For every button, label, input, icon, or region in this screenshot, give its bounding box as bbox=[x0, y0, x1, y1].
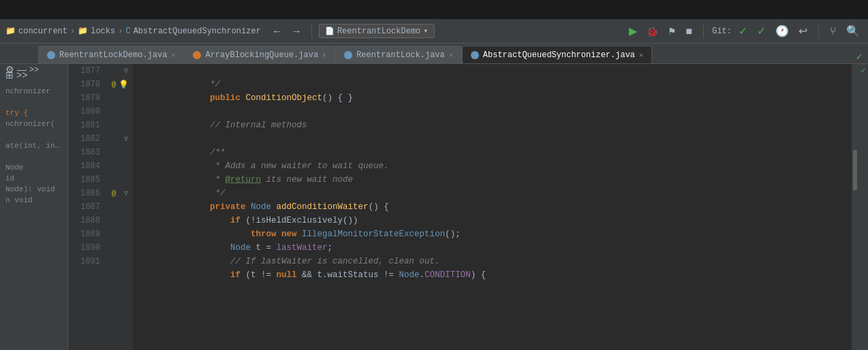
git-label: Git: bbox=[712, 27, 732, 36]
tab-label-2: ArrayBlockingQueue.java bbox=[205, 50, 318, 60]
linenum-1881: 1881 bbox=[68, 118, 100, 132]
file-dropdown[interactable]: 📄 ReentrantLockDemo ▾ bbox=[319, 24, 435, 38]
minimize-button[interactable]: — bbox=[17, 64, 27, 75]
sidebar-item-3: nchronizer( bbox=[0, 118, 67, 129]
tab-label-1: ReentrantLockDemo.java bbox=[59, 50, 167, 60]
tab-label-3: ReentrantLock.java bbox=[356, 50, 445, 60]
tab-close-4[interactable]: ✕ bbox=[639, 51, 643, 59]
code-area: 1877 1878 1879 1880 1881 1882 1883 1884 … bbox=[68, 64, 868, 350]
gutter-fold-1886[interactable]: ▽ bbox=[121, 188, 131, 199]
linenum-1883: 1883 bbox=[68, 146, 100, 159]
right-bar-check: ✓ bbox=[861, 65, 865, 76]
git-undo-button[interactable]: ↩ bbox=[796, 23, 810, 39]
file-dropdown-label: ReentrantLockDemo bbox=[337, 27, 420, 36]
nav-divider3 bbox=[818, 25, 819, 38]
tab-arrayblockingqueue[interactable]: ArrayBlockingQueue.java ✕ bbox=[184, 46, 335, 63]
tab-abstractqueuedsynchronizer[interactable]: AbstractQueuedSynchronizer.java ✕ bbox=[462, 46, 652, 63]
file-dropdown-arrow: ▾ bbox=[423, 26, 428, 36]
tab-close-1[interactable]: ✕ bbox=[171, 51, 175, 59]
tabs-bar: ⚙ — >> ReentrantLockDemo.java ✕ ArrayBlo… bbox=[0, 44, 868, 64]
tab-icon-2 bbox=[193, 51, 201, 59]
scrollbar-thumb[interactable] bbox=[853, 150, 857, 191]
debug-button[interactable]: 🐞 bbox=[644, 25, 661, 38]
code-line-1886: private Node addConditionWaiter() { bbox=[138, 187, 852, 200]
breadcrumb-sep1: › bbox=[70, 27, 75, 36]
linenum-1891: 1891 bbox=[68, 255, 100, 268]
nav-actions: ▶ 🐞 ⚑ ■ Git: ✓ ✓ 🕐 ↩ ⑂ 🔍 bbox=[626, 23, 863, 39]
breadcrumb: 📁 concurrent › 📁 locks › C AbstractQueue… bbox=[5, 26, 261, 36]
stop-button[interactable]: ■ bbox=[683, 24, 696, 39]
branches-button[interactable]: ⑂ bbox=[827, 24, 839, 39]
nav-divider2 bbox=[703, 25, 704, 38]
tab-close-2[interactable]: ✕ bbox=[322, 51, 326, 59]
sidebar-item-2: try { bbox=[0, 108, 67, 118]
git-history-button[interactable]: 🕐 bbox=[773, 23, 792, 39]
linenum-1879: 1879 bbox=[68, 91, 100, 105]
code-line-1877: */ bbox=[138, 64, 852, 78]
editor-right-check: ✓ bbox=[856, 50, 868, 63]
linenum-1882: 1882 bbox=[68, 132, 100, 146]
breadcrumb-file: AbstractQueuedSynchronizer bbox=[134, 27, 261, 36]
class-icon: C bbox=[125, 27, 130, 36]
sidebar-item-1 bbox=[0, 97, 67, 108]
nav-forward-button[interactable]: → bbox=[288, 24, 305, 39]
nav-bar: 📁 concurrent › 📁 locks › C AbstractQueue… bbox=[0, 19, 868, 44]
right-indicator-bar: ✓ bbox=[858, 64, 868, 350]
code-line-1880: // Internal methods bbox=[138, 105, 852, 118]
sidebar-item-0: nchronizer bbox=[0, 86, 67, 97]
sidebar-item-10: n void bbox=[0, 195, 67, 206]
gutter: ▽ @ 💡 ▽ @ ▽ bbox=[106, 64, 133, 350]
main-area: ⊞ >> nchronizer try { nchronizer( ate(in… bbox=[0, 64, 868, 350]
tab-icon-1 bbox=[47, 51, 55, 59]
sidebar-item-4 bbox=[0, 129, 67, 140]
code-line-1882: /** bbox=[138, 132, 852, 146]
linenum-1878: 1878 bbox=[68, 78, 100, 91]
linenum-1884: 1884 bbox=[68, 159, 100, 173]
linenum-1885: 1885 bbox=[68, 173, 100, 187]
tab-icon-4 bbox=[471, 51, 479, 59]
git-check1-button[interactable]: ✓ bbox=[736, 23, 750, 39]
sidebar-item-9: Node): void bbox=[0, 184, 67, 195]
gutter-fold-1877[interactable]: ▽ bbox=[121, 65, 131, 76]
tab-reentrantlockdemo[interactable]: ReentrantLockDemo.java ✕ bbox=[38, 46, 184, 63]
folder-icon-concurrent: 📁 bbox=[5, 26, 16, 36]
gutter-annotation-1886: @ bbox=[108, 188, 119, 199]
search-button[interactable]: 🔍 bbox=[843, 23, 863, 39]
file-dropdown-icon: 📄 bbox=[325, 27, 335, 35]
tab-settings-area: ⚙ — >> bbox=[5, 64, 39, 75]
linenum-1887: 1887 bbox=[68, 200, 100, 214]
folder-icon-locks: 📁 bbox=[78, 26, 88, 36]
sidebar-item-8: id bbox=[0, 173, 67, 184]
breadcrumb-locks: locks bbox=[91, 27, 115, 36]
git-check2-button[interactable]: ✓ bbox=[754, 23, 769, 39]
sidebar-content: nchronizer try { nchronizer( ate(int, in… bbox=[0, 83, 67, 347]
tab-reentrantlock[interactable]: ReentrantLock.java ✕ bbox=[335, 46, 462, 63]
code-editor[interactable]: 1877 1878 1879 1880 1881 1882 1883 1884 … bbox=[68, 64, 868, 350]
code-lines: */ public ConditionObject() { } // Inter… bbox=[133, 64, 852, 350]
nav-back-button[interactable]: ← bbox=[269, 24, 285, 39]
run-button[interactable]: ▶ bbox=[626, 23, 640, 39]
breadcrumb-concurrent: concurrent bbox=[18, 27, 67, 36]
editor-check-icon: ✓ bbox=[856, 50, 863, 63]
linenum-1889: 1889 bbox=[68, 227, 100, 241]
line-numbers: 1877 1878 1879 1880 1881 1882 1883 1884 … bbox=[68, 64, 106, 350]
linenum-1877: 1877 bbox=[68, 64, 100, 78]
tab-close-3[interactable]: ✕ bbox=[449, 51, 453, 59]
linenum-1890: 1890 bbox=[68, 241, 100, 255]
expand-tabs-button[interactable]: >> bbox=[29, 64, 39, 75]
sidebar: ⊞ >> nchronizer try { nchronizer( ate(in… bbox=[0, 64, 68, 350]
settings-icon-button[interactable]: ⚙ bbox=[5, 64, 14, 75]
code-line-1883: * Adds a new waiter to wait queue. bbox=[138, 146, 852, 159]
linenum-1886: 1886 bbox=[68, 187, 100, 200]
linenum-1888: 1888 bbox=[68, 214, 100, 227]
scrollbar[interactable] bbox=[852, 64, 858, 350]
sidebar-item-5: ate(int, int): bbox=[0, 140, 67, 151]
sidebar-item-7: Node bbox=[0, 162, 67, 173]
gutter-fold-1882[interactable]: ▽ bbox=[121, 133, 131, 144]
linenum-1880: 1880 bbox=[68, 105, 100, 118]
tab-label-4: AbstractQueuedSynchronizer.java bbox=[483, 50, 635, 60]
sidebar-item-6 bbox=[0, 151, 67, 162]
coverage-button[interactable]: ⚑ bbox=[665, 25, 679, 38]
gutter-lightbulb-1878[interactable]: 💡 bbox=[118, 79, 129, 90]
code-line-1878: public ConditionObject() { } bbox=[138, 78, 852, 91]
